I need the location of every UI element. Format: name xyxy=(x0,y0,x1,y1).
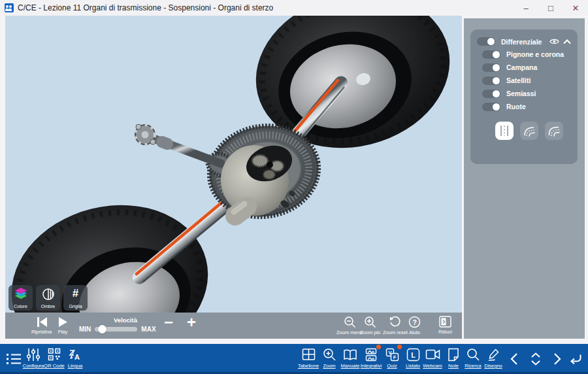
qr-code-button[interactable]: QR Code xyxy=(43,347,65,369)
next-lesson-button[interactable] xyxy=(547,351,567,367)
minus-glyph: − xyxy=(164,314,173,330)
ruote-toggle[interactable] xyxy=(482,103,500,111)
webcam-button[interactable]: Webcam xyxy=(421,347,444,369)
manuale-label: Manuale xyxy=(341,363,360,369)
back-return-button[interactable] xyxy=(566,351,585,367)
differenziale-toggle[interactable] xyxy=(477,37,495,46)
semiassi-toggle[interactable] xyxy=(482,90,500,98)
zoom-out-label: Zoom meno xyxy=(336,330,363,335)
listato-label: Listato xyxy=(406,363,420,369)
quiz-badge xyxy=(397,345,402,349)
help-button[interactable]: ? Aiuto xyxy=(408,316,421,335)
curve-road-button[interactable] xyxy=(520,122,538,140)
grid-hash-icon: # xyxy=(73,288,78,299)
zoom-in-icon xyxy=(364,316,376,328)
svg-text:L: L xyxy=(411,351,416,359)
road-mode-buttons xyxy=(495,122,571,140)
note-page-icon xyxy=(446,347,461,362)
pignone-label: Pignone e corona xyxy=(506,50,564,58)
straight-road-button[interactable] xyxy=(495,122,514,140)
translate-icon: A xyxy=(67,347,83,362)
chevron-right-icon xyxy=(549,351,565,367)
lingua-button[interactable]: A Lingua xyxy=(64,347,86,369)
eye-icon[interactable] xyxy=(549,38,559,45)
layer-row-semiassi: Semiassi xyxy=(482,88,571,99)
prev-lesson-button[interactable] xyxy=(504,351,524,367)
listato-button[interactable]: L Listato xyxy=(402,347,424,369)
ricerca-button[interactable]: Ricerca xyxy=(462,347,484,369)
zoom-tool-label: Zoom xyxy=(323,363,335,369)
campana-toggle[interactable] xyxy=(482,63,500,72)
speed-increase-button[interactable]: + xyxy=(187,314,196,330)
sliders-icon xyxy=(25,347,41,362)
lingua-label: Lingua xyxy=(68,363,83,369)
true-false-icon: V F xyxy=(384,347,400,362)
play-icon xyxy=(57,316,68,328)
pignone-toggle[interactable] xyxy=(482,50,500,59)
play-button[interactable]: Play xyxy=(57,316,68,335)
speed-decrease-button[interactable]: − xyxy=(164,314,173,330)
zoom-in-label: Zoom più xyxy=(360,330,380,335)
maximize-button[interactable]: □ xyxy=(538,0,563,16)
griglia-button[interactable]: # Griglia xyxy=(63,285,88,311)
return-arrow-icon xyxy=(568,351,583,367)
layer-row-differenziale: Differenziale xyxy=(477,36,571,47)
sharp-curve-road-button[interactable] xyxy=(545,122,563,140)
help-icon: ? xyxy=(408,316,421,328)
colore-button[interactable]: Colore xyxy=(8,285,33,311)
satelliti-toggle[interactable] xyxy=(482,76,500,85)
note-button[interactable]: Note xyxy=(442,347,465,369)
manuale-button[interactable]: Manuale xyxy=(339,347,361,369)
zoom-out-icon xyxy=(344,316,356,328)
qr-code-label: QR Code xyxy=(44,363,64,369)
tabellone-button[interactable]: Tabellone xyxy=(297,347,319,369)
ripristina-button[interactable]: Ripristina xyxy=(31,316,52,335)
tabellone-label: Tabellone xyxy=(298,363,319,369)
zoom-tool-button[interactable]: Zoom xyxy=(318,347,340,369)
right-sidebar: Differenziale xyxy=(464,18,585,339)
satelliti-label: Satelliti xyxy=(506,76,531,84)
layer-row-satelliti: Satelliti xyxy=(482,75,571,86)
speed-slider[interactable] xyxy=(95,327,137,332)
search-icon xyxy=(465,347,481,362)
disegno-button[interactable]: Disegno xyxy=(482,347,504,369)
media-stack-icon xyxy=(363,347,379,362)
taskbar: Configura QR Code xyxy=(0,344,588,374)
main-menu-button[interactable] xyxy=(4,351,24,367)
collapse-panel-icon xyxy=(439,316,451,328)
webcam-label: Webcam xyxy=(423,363,442,369)
differenziale-label: Differenziale xyxy=(501,38,542,46)
speed-slider-knob[interactable] xyxy=(98,325,106,333)
magnifier-plus-icon xyxy=(321,347,337,362)
zoom-out-button[interactable]: Zoom meno xyxy=(336,316,363,335)
campana-label: Campana xyxy=(506,63,537,71)
layer-row-campana: Campana xyxy=(482,61,571,73)
configura-button[interactable]: Configura xyxy=(22,347,44,369)
layer-row-pignone: Pignone e corona xyxy=(482,48,571,60)
quiz-button[interactable]: V F Quiz xyxy=(381,347,403,369)
collapse-panel-button[interactable]: Riduci xyxy=(438,316,452,335)
max-label: MAX xyxy=(141,326,155,333)
integrativi-button[interactable]: Integrativi xyxy=(360,347,382,369)
play-label: Play xyxy=(58,329,68,335)
ombre-label: Ombre xyxy=(41,304,55,311)
curve-road-icon xyxy=(523,125,535,137)
app-window: C/CE - Lezione 11 Organi di trasmissione… xyxy=(0,0,588,374)
minimize-button[interactable]: – xyxy=(514,0,538,16)
close-button[interactable]: ✕ xyxy=(563,0,588,16)
speed-control: Velocità MIN MAX xyxy=(79,316,157,333)
ombre-button[interactable]: Ombre xyxy=(36,285,60,311)
note-label: Note xyxy=(448,363,459,369)
svg-text:A: A xyxy=(74,353,80,361)
chevron-up-icon[interactable] xyxy=(563,39,571,44)
ricerca-label: Ricerca xyxy=(465,363,481,369)
straight-road-icon xyxy=(499,125,510,137)
lesson-index-button[interactable] xyxy=(526,351,546,367)
zoom-in-button[interactable]: Zoom più xyxy=(360,316,380,335)
3d-viewport[interactable]: Colore Ombre # Griglia xyxy=(5,16,462,313)
disegno-label: Disegno xyxy=(484,363,502,369)
configura-label: Configura xyxy=(23,363,44,369)
zoom-reset-button[interactable]: Zoom reset xyxy=(383,316,408,335)
layers-panel: Differenziale xyxy=(470,29,578,164)
help-label: Aiuto xyxy=(409,330,420,335)
